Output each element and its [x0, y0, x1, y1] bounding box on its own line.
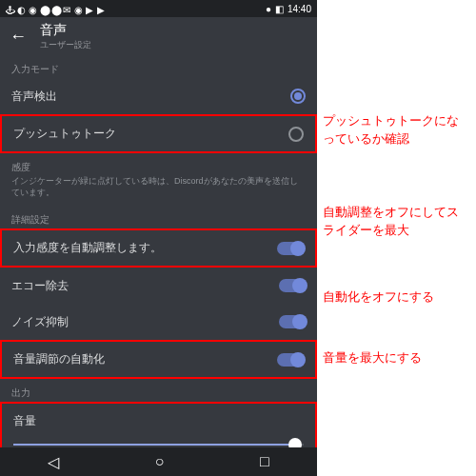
radio-push-to-talk[interactable] — [288, 127, 304, 142]
radio-voice-detect[interactable] — [290, 89, 306, 104]
row-noise[interactable]: ノイズ抑制 — [0, 304, 317, 340]
phone-screenshot: 🕹◐◉⬤⬤✉◉▶▶ ●◧ 14:40 ← 音声 ユーザー設定 入力モード 音声検… — [0, 0, 317, 476]
nav-back-icon[interactable]: ◁ — [48, 453, 59, 471]
header-title: 音声 — [40, 22, 91, 39]
settings-scroll[interactable]: 入力モード 音声検出 プッシュトゥトーク 感度 インジケーターが緑に点灯している… — [0, 55, 317, 447]
section-advanced: 詳細設定 — [0, 206, 317, 228]
app-header: ← 音声 ユーザー設定 — [0, 17, 317, 55]
section-input-mode: 入力モード — [0, 55, 317, 78]
nav-home-icon[interactable]: ○ — [155, 453, 165, 470]
back-icon[interactable]: ← — [10, 27, 27, 47]
annotation-3: 自動化をオフにする — [323, 288, 470, 307]
label-auto-sensitivity: 入力感度を自動調整します。 — [13, 240, 162, 256]
android-navbar: ◁ ○ □ — [0, 447, 317, 476]
volume-slider[interactable] — [2, 431, 315, 447]
annotations-panel: プッシュトゥトークになっているか確認 自動調整をオフにしてスライダーを最大 自動… — [317, 0, 476, 476]
label-auto-gain: 音量調節の自動化 — [13, 351, 105, 367]
label-volume: 音量 — [13, 413, 36, 429]
volume-box: 音量 — [0, 402, 317, 447]
section-output: 出力 — [0, 379, 317, 402]
nav-recent-icon[interactable]: □ — [260, 453, 269, 470]
sensitivity-helper: インジケーターが緑に点灯している時は、Discordがあなたの美声を送信していま… — [0, 176, 317, 206]
row-auto-gain[interactable]: 音量調節の自動化 — [0, 340, 317, 379]
status-icons-left: 🕹◐◉⬤⬤✉◉▶▶ — [6, 5, 106, 13]
row-echo[interactable]: エコー除去 — [0, 268, 317, 304]
header-subtitle: ユーザー設定 — [40, 39, 91, 51]
annotation-2: 自動調整をオフにしてスライダーを最大 — [323, 204, 470, 240]
status-time: 14:40 — [288, 4, 311, 14]
row-auto-sensitivity[interactable]: 入力感度を自動調整します。 — [0, 228, 317, 268]
label-echo: エコー除去 — [11, 278, 69, 294]
status-bar: 🕹◐◉⬤⬤✉◉▶▶ ●◧ 14:40 — [0, 0, 317, 17]
section-sensitivity: 感度 — [0, 153, 317, 176]
label-voice-detect: 音声検出 — [11, 89, 57, 105]
row-volume: 音量 — [2, 404, 315, 431]
toggle-auto-gain[interactable] — [277, 353, 304, 367]
row-voice-detect[interactable]: 音声検出 — [0, 78, 317, 114]
toggle-echo[interactable] — [279, 279, 306, 292]
row-push-to-talk[interactable]: プッシュトゥトーク — [0, 114, 317, 153]
status-icons-right: ●◧ 14:40 — [266, 4, 311, 14]
annotation-1: プッシュトゥトークになっているか確認 — [323, 112, 470, 149]
annotation-4: 音量を最大にする — [323, 349, 470, 367]
toggle-noise[interactable] — [279, 315, 306, 328]
toggle-auto-sensitivity[interactable] — [277, 242, 304, 255]
label-noise: ノイズ抑制 — [11, 314, 69, 330]
label-push-to-talk: プッシュトゥトーク — [13, 126, 116, 142]
